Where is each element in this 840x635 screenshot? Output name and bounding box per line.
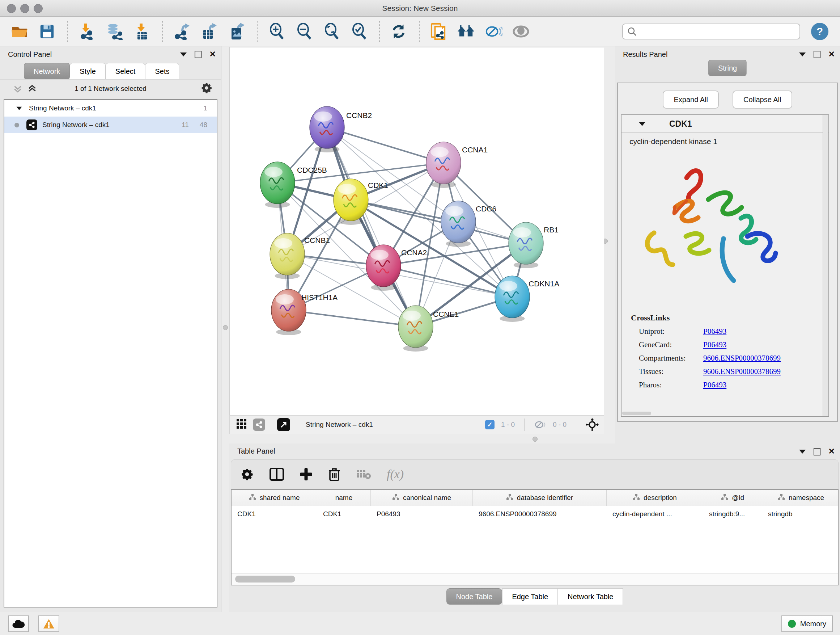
left-splitter[interactable] bbox=[221, 46, 229, 434]
search-input[interactable] bbox=[640, 27, 799, 36]
function-builder-button[interactable]: f(x) bbox=[387, 467, 404, 481]
table-cell[interactable]: cyclin-dependent ... bbox=[607, 506, 703, 522]
collection-expand-icon[interactable] bbox=[16, 106, 22, 110]
export-image-button[interactable] bbox=[227, 22, 246, 41]
section-expand-icon[interactable] bbox=[639, 122, 645, 126]
table-cell[interactable]: P06493 bbox=[371, 506, 473, 522]
string-hide-images-button[interactable] bbox=[484, 22, 503, 41]
panel-float-icon[interactable] bbox=[813, 448, 821, 455]
tab-style[interactable]: Style bbox=[70, 63, 105, 79]
table-row[interactable]: CDK1CDK1P064939606.ENSP00000378699cyclin… bbox=[232, 506, 838, 522]
table-cell[interactable]: 9606.ENSP00000378699 bbox=[473, 506, 607, 522]
table-horizontal-scrollbar[interactable] bbox=[232, 573, 838, 585]
graph-node-CCNE1[interactable] bbox=[398, 306, 433, 352]
add-column-icon[interactable] bbox=[300, 468, 312, 480]
graph-node-HIST1H1A[interactable] bbox=[271, 289, 306, 335]
string-copy-network-button[interactable] bbox=[429, 22, 448, 41]
network-graph[interactable]: CCNB2CCNA1CDC25BCDK1CDC6RB1CCNB1CCNA2CDK… bbox=[230, 48, 604, 414]
panel-float-icon[interactable] bbox=[813, 51, 821, 58]
zoom-selected-button[interactable] bbox=[349, 22, 368, 41]
zoom-fit-button[interactable] bbox=[322, 22, 341, 41]
crosslink-link[interactable]: 9606.ENSP00000378699 bbox=[703, 354, 781, 363]
collapse-all-button[interactable]: Collapse All bbox=[733, 90, 792, 109]
tab-edge-table[interactable]: Edge Table bbox=[502, 588, 558, 605]
memory-button[interactable]: Memory bbox=[782, 616, 833, 632]
string-badge-icon[interactable] bbox=[253, 418, 265, 431]
graph-node-CCNA2[interactable] bbox=[366, 245, 401, 291]
panel-close-icon[interactable]: ✕ bbox=[829, 448, 835, 455]
graph-node-CDC25B[interactable] bbox=[260, 162, 295, 208]
crosslink-link[interactable]: P06493 bbox=[703, 380, 726, 390]
scrollbar-thumb[interactable] bbox=[235, 576, 295, 583]
panel-menu-icon[interactable] bbox=[799, 450, 806, 454]
graph-edge-CDK1-RB1[interactable] bbox=[351, 200, 526, 243]
column-header-database-identifier[interactable]: database identifier bbox=[473, 490, 607, 506]
table-cell[interactable]: CDK1 bbox=[317, 506, 371, 522]
panel-menu-icon[interactable] bbox=[180, 52, 187, 57]
graph-node-CDKN1A[interactable] bbox=[495, 276, 530, 322]
graph-node-CDK1[interactable] bbox=[333, 179, 368, 225]
open-session-button[interactable] bbox=[10, 22, 29, 41]
table-gear-icon[interactable] bbox=[240, 468, 254, 481]
hidden-eye-icon[interactable] bbox=[534, 420, 546, 430]
graph-node-RB1[interactable] bbox=[508, 222, 543, 268]
export-table-button[interactable] bbox=[200, 22, 218, 41]
warning-button[interactable] bbox=[38, 616, 59, 632]
crosslink-link[interactable]: P06493 bbox=[703, 327, 726, 336]
crosslink-link[interactable]: 9606.ENSP00000378699 bbox=[703, 367, 781, 376]
network-canvas[interactable]: CCNB2CCNA1CDC25BCDK1CDC6RB1CCNB1CCNA2CDK… bbox=[229, 47, 604, 415]
birdseye-button[interactable] bbox=[236, 418, 247, 431]
tab-sets[interactable]: Sets bbox=[145, 63, 179, 79]
string-home-button[interactable] bbox=[456, 22, 475, 41]
import-table-button[interactable] bbox=[133, 22, 151, 41]
column-header-namespace[interactable]: namespace bbox=[762, 490, 838, 506]
crosslink-link[interactable]: P06493 bbox=[703, 340, 726, 349]
panel-float-icon[interactable] bbox=[195, 51, 202, 58]
column-header-shared-name[interactable]: shared name bbox=[232, 490, 317, 506]
column-header--id[interactable]: @id bbox=[703, 490, 762, 506]
selected-checkbox-icon[interactable]: ✓ bbox=[485, 420, 494, 429]
tab-node-table[interactable]: Node Table bbox=[447, 588, 502, 605]
graph-edge-CCNB2-CCNE1[interactable] bbox=[327, 127, 416, 326]
column-header-name[interactable]: name bbox=[317, 490, 371, 506]
panel-close-icon[interactable]: ✕ bbox=[829, 50, 835, 58]
column-header-canonical-name[interactable]: canonical name bbox=[371, 490, 473, 506]
string-show-images-button[interactable] bbox=[512, 22, 531, 41]
graph-node-CCNB1[interactable] bbox=[270, 233, 305, 279]
table-cell[interactable]: CDK1 bbox=[232, 506, 317, 522]
table-cell[interactable]: stringdb:9... bbox=[703, 506, 762, 522]
show-columns-icon[interactable] bbox=[270, 468, 284, 481]
table-cell[interactable]: stringdb bbox=[762, 506, 838, 522]
tab-string[interactable]: String bbox=[708, 60, 747, 76]
splitter-handle[interactable] bbox=[532, 437, 538, 442]
expand-all-icon[interactable] bbox=[27, 84, 37, 93]
import-network-database-button[interactable] bbox=[105, 22, 124, 41]
import-network-file-button[interactable] bbox=[77, 22, 96, 41]
expand-all-button[interactable]: Expand All bbox=[663, 90, 719, 109]
tab-network-table[interactable]: Network Table bbox=[558, 588, 623, 605]
help-button[interactable]: ? bbox=[811, 23, 829, 40]
save-session-button[interactable] bbox=[38, 22, 57, 41]
cloud-button[interactable] bbox=[8, 616, 29, 632]
network-collection-row[interactable]: String Network – cdk1 1 bbox=[4, 100, 217, 117]
zoom-out-button[interactable] bbox=[294, 22, 313, 41]
network-row[interactable]: String Network – cdk1 11 48 bbox=[4, 117, 217, 133]
graph-edge-HIST1H1A-CCNE1[interactable] bbox=[289, 310, 416, 326]
graph-node-CCNA1[interactable] bbox=[426, 142, 461, 188]
results-horizontal-scrollbar[interactable] bbox=[622, 412, 651, 415]
tab-network[interactable]: Network bbox=[24, 63, 70, 79]
splitter-handle[interactable] bbox=[223, 325, 228, 330]
delete-column-icon[interactable] bbox=[328, 467, 340, 481]
refresh-button[interactable] bbox=[389, 22, 408, 41]
fit-content-icon[interactable] bbox=[586, 418, 599, 431]
tab-select[interactable]: Select bbox=[106, 63, 145, 79]
panel-close-icon[interactable]: ✕ bbox=[210, 50, 216, 58]
right-splitter[interactable] bbox=[604, 46, 615, 434]
results-vertical-scrollbar[interactable] bbox=[823, 115, 828, 416]
collapse-all-icon[interactable] bbox=[13, 84, 22, 93]
delete-table-icon[interactable] bbox=[356, 469, 371, 480]
export-network-button[interactable] bbox=[172, 22, 191, 41]
column-header-description[interactable]: description bbox=[607, 490, 703, 506]
zoom-in-button[interactable] bbox=[267, 22, 286, 41]
network-options-button[interactable] bbox=[201, 82, 212, 95]
